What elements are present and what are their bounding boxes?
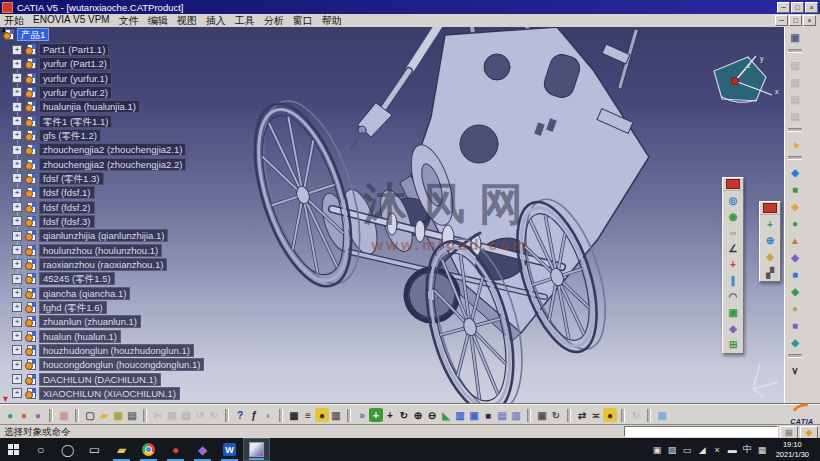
tree-item[interactable]: +houzhudonglun (houzhudonglun.1) xyxy=(12,344,194,357)
cortana-button[interactable]: ◯ xyxy=(54,438,81,461)
tray-volume-muted-icon[interactable]: × xyxy=(710,443,725,456)
enovia-sites-icon[interactable]: ● xyxy=(17,408,31,422)
tree-item[interactable]: +Part1 (Part1.1) xyxy=(12,43,109,56)
save-document-icon[interactable]: ▣ xyxy=(111,408,125,422)
expand-icon[interactable]: + xyxy=(12,231,22,241)
explode-icon[interactable]: ▞ xyxy=(763,266,777,279)
tree-item-label[interactable]: Part1 (Part1.1) xyxy=(39,43,109,56)
menu-item-9[interactable]: 帮助 xyxy=(322,14,342,28)
expand-icon[interactable]: + xyxy=(12,345,22,355)
tree-item-label[interactable]: fdsf (fdsf.2) xyxy=(39,201,95,214)
tree-item[interactable]: +gfs (零件1.2) xyxy=(12,129,101,142)
menu-item-4[interactable]: 视图 xyxy=(177,14,197,28)
expand-icon[interactable]: + xyxy=(12,159,22,169)
catalog-columns-icon[interactable]: ▥ xyxy=(329,408,343,422)
tree-item[interactable]: +yurfur (Part1.2) xyxy=(12,57,111,70)
tree-item-label[interactable]: zhouchengjia2 (zhouchengjia2.1) xyxy=(39,143,186,156)
expand-icon[interactable]: + xyxy=(12,274,22,284)
tree-item[interactable]: +hualunjia (hualunjia.1) xyxy=(12,100,140,113)
toolbar-overflow-icon[interactable]: ∨ xyxy=(788,363,802,377)
coincidence-constraint-icon[interactable]: ◎ xyxy=(726,194,740,207)
measure-item-icon[interactable]: ≍ xyxy=(589,408,603,422)
existing-component-icon[interactable]: ● xyxy=(788,216,802,230)
tree-item-label[interactable]: fdsf (fdsf.1) xyxy=(39,186,95,199)
expand-icon[interactable]: + xyxy=(12,73,22,83)
menu-item-1[interactable]: ENOVIA V5 VPM xyxy=(33,14,110,28)
tree-item[interactable]: +raoxianzhou (raoxianzhou.1) xyxy=(12,258,167,271)
selective-load-icon[interactable]: ● xyxy=(788,301,802,315)
tree-item-label[interactable]: qiancha (qiancha.1) xyxy=(39,287,130,300)
tray-ime-icon[interactable]: 中 xyxy=(740,443,755,456)
tree-item-label[interactable]: zhuanlun (zhuanlun.1) xyxy=(39,315,141,328)
pan-icon[interactable]: + xyxy=(383,408,397,422)
tree-item-label[interactable]: qianlunzhijia (qianlunzhijia.1) xyxy=(39,229,168,242)
expand-icon[interactable]: + xyxy=(12,360,22,370)
contact-constraint-icon[interactable]: ◉ xyxy=(726,210,740,223)
window-layout-c-icon[interactable]: ▤ xyxy=(788,92,802,106)
menu-item-6[interactable]: 工具 xyxy=(235,14,255,28)
3d-viewport[interactable]: 沐风网 www.mfcad.com y z x ▲ xyxy=(0,27,784,404)
tray-battery-icon[interactable]: ▭ xyxy=(680,443,695,456)
expand-icon[interactable]: + xyxy=(12,302,22,312)
doc-restore-button[interactable]: □ xyxy=(789,15,802,26)
expand-icon[interactable]: + xyxy=(12,374,22,384)
expand-icon[interactable]: + xyxy=(12,317,22,327)
menu-item-0[interactable]: 开始 xyxy=(4,14,24,28)
tree-item[interactable]: +hualun (hualun.1) xyxy=(12,330,121,343)
menu-item-7[interactable]: 分析 xyxy=(264,14,284,28)
compass[interactable]: y z x xyxy=(698,53,783,115)
tree-item-label[interactable]: hualunjia (hualunjia.1) xyxy=(39,100,140,113)
tree-item-label[interactable]: yurfur (yurfur.2) xyxy=(39,86,112,99)
tree-item[interactable]: +yurfur (yurfur.2) xyxy=(12,86,112,99)
cut-icon[interactable]: ✂ xyxy=(151,408,165,422)
multi-view-icon[interactable]: ▥ xyxy=(453,408,467,422)
enovia-home-icon[interactable]: ● xyxy=(3,408,17,422)
expand-icon[interactable]: + xyxy=(12,145,22,155)
visual-studio-button[interactable]: ◆ xyxy=(189,438,216,461)
tree-item[interactable]: +houlunzhou (houlunzhou.1) xyxy=(12,244,162,257)
tree-item[interactable]: +qianlunzhijia (qianlunzhijia.1) xyxy=(12,229,168,242)
tray-network-icon[interactable]: ◢ xyxy=(695,443,710,456)
expand-icon[interactable]: + xyxy=(12,116,22,126)
undo-icon[interactable]: ↺ xyxy=(193,408,207,422)
maximize-button[interactable]: □ xyxy=(791,2,804,13)
expand-icon[interactable]: + xyxy=(12,259,22,269)
paste-icon[interactable]: ▤ xyxy=(179,408,193,422)
tree-item[interactable]: +houcongdonglun (houcongdonglun.1) xyxy=(12,358,204,371)
tree-item[interactable]: +DACHILUN (DACHILUN.1) xyxy=(12,373,161,386)
start-button[interactable] xyxy=(0,438,27,461)
tree-item[interactable]: +fghd (零件1.6) xyxy=(12,301,107,314)
new-product-icon[interactable]: ■ xyxy=(788,182,802,196)
fix-component-icon[interactable]: + xyxy=(726,258,740,271)
close-button[interactable]: × xyxy=(805,2,818,13)
tree-item-label[interactable]: houcongdonglun (houcongdonglun.1) xyxy=(39,358,204,371)
expand-icon[interactable]: + xyxy=(12,87,22,97)
tree-item[interactable]: +fdsf (零件1.3) xyxy=(12,172,104,185)
update-assembly-icon[interactable]: ↻ xyxy=(629,408,643,422)
expand-icon[interactable]: + xyxy=(12,102,22,112)
tree-item-label[interactable]: 45245 (零件1.5) xyxy=(39,272,115,285)
tree-item-label[interactable]: 零件1 (零件1.1) xyxy=(39,115,112,128)
new-component-icon[interactable]: ◆ xyxy=(788,165,802,179)
graph-tree-reordering-icon[interactable]: ■ xyxy=(788,267,802,281)
tray-keyboard-icon[interactable]: ▬ xyxy=(725,443,740,456)
word-button[interactable]: W xyxy=(216,438,243,461)
knowledge-lock-icon[interactable]: ● xyxy=(315,408,329,422)
power-input-field[interactable] xyxy=(624,426,778,437)
flexible-rigid-icon[interactable]: ▣ xyxy=(726,306,740,319)
normal-view-icon[interactable]: ◣ xyxy=(439,408,453,422)
constraints-toolbar-handle[interactable] xyxy=(723,178,743,191)
product-graph-icon[interactable]: ≡ xyxy=(301,408,315,422)
fit-all-in-icon[interactable]: + xyxy=(369,408,383,422)
tree-root-item[interactable]: 产品1 xyxy=(3,28,49,41)
tree-scroll-down-icon[interactable]: ▼ xyxy=(1,394,10,404)
enovia-db-icon[interactable]: ● xyxy=(31,408,45,422)
catia-taskbar-button[interactable] xyxy=(243,438,270,461)
expand-icon[interactable]: + xyxy=(12,216,22,226)
tree-item[interactable]: +XIAOCHILUN (XIAOCHILUN.1) xyxy=(12,387,180,400)
expand-icon[interactable]: + xyxy=(12,188,22,198)
tree-item[interactable]: +fdsf (fdsf.3) xyxy=(12,215,95,228)
snap-icon[interactable]: ⊕ xyxy=(763,234,777,247)
smart-move-icon[interactable]: ◈ xyxy=(763,250,777,263)
whats-this-help-icon[interactable]: ? xyxy=(233,408,247,422)
